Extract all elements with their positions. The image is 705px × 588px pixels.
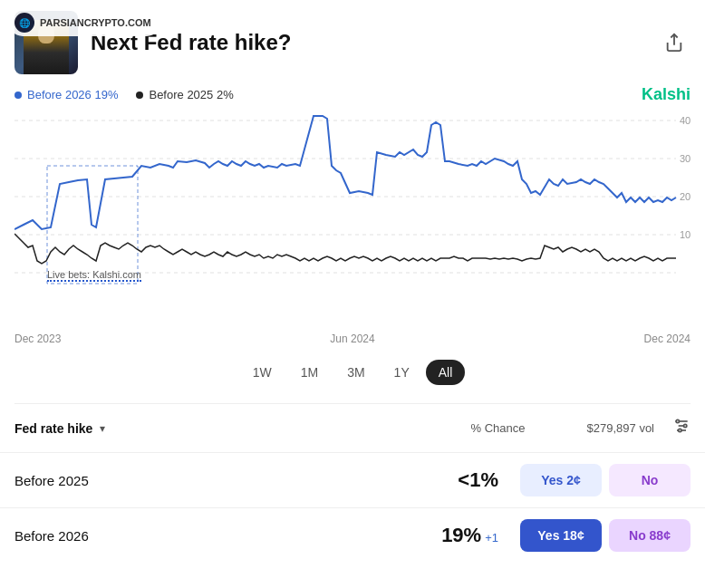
x-axis-labels: Dec 2023 Jun 2024 Dec 2024 [0,329,705,345]
watermark-text: PARSIANCRYPTO.COM [40,17,151,28]
time-btn-all[interactable]: All [426,360,466,385]
legend-dot-blue [14,92,22,99]
share-button[interactable] [658,26,691,59]
no-button-2025[interactable]: No [609,464,691,496]
kalshi-logo: Kalshi [642,85,691,104]
x-label-dec2024: Dec 2024 [644,333,691,345]
chart-legend: Before 2026 19% Before 2025 2% Kalshi [0,85,705,111]
legend-dot-dark [136,92,143,99]
legend-item-2026: Before 2026 19% [14,88,118,101]
market-buttons-2025: Yes 2¢ No [520,464,691,496]
market-filter-row: Fed rate hike ▾ % Chance $279,897 vol [0,404,705,452]
time-btn-1w[interactable]: 1W [240,360,285,385]
svg-point-14 [676,419,679,422]
no-button-2026[interactable]: No 88¢ [609,519,691,552]
svg-point-16 [679,429,681,431]
market-pct-2026: 19%+1 [426,524,498,547]
svg-text:30: 30 [680,153,691,164]
pct-chance-header: % Chance [471,421,526,435]
market-name-2026: Before 2026 [14,528,123,544]
time-btn-3m[interactable]: 3M [334,360,377,385]
market-row-2025: Before 2025 <1% Yes 2¢ No [0,452,705,507]
x-label-jun2024: Jun 2024 [330,333,374,345]
filter-icon[interactable] [672,417,691,439]
market-row-2026: Before 2026 19%+1 Yes 18¢ No 88¢ [0,507,705,563]
watermark-icon: 🌐 [14,13,34,33]
market-pct-change-2026: +1 [485,531,498,545]
time-btn-1m[interactable]: 1M [288,360,331,385]
chart-container: 40 30 20 10 Live bets: Kalshi.com [0,111,705,329]
chevron-down-icon[interactable]: ▾ [100,422,105,435]
vol-header: $279,897 vol [587,421,654,435]
legend-label-2025: Before 2025 2% [149,88,233,101]
yes-button-2026[interactable]: Yes 18¢ [520,519,602,552]
svg-text:40: 40 [680,115,691,126]
page-title: Next Fed rate hike? [91,30,645,56]
market-buttons-2026: Yes 18¢ No 88¢ [520,519,691,552]
svg-text:10: 10 [680,229,691,240]
legend-label-2026: Before 2026 19% [27,88,118,101]
legend-item-2025: Before 2025 2% [136,88,233,101]
time-buttons-group: 1W 1M 3M 1Y All [0,345,705,403]
x-label-dec2023: Dec 2023 [14,333,61,345]
watermark: 🌐 PARSIANCRYPTO.COM [9,9,160,36]
svg-text:20: 20 [680,191,691,202]
live-bets-label: Live bets: Kalshi.com [47,269,141,282]
market-filter-label[interactable]: Fed rate hike [14,421,92,436]
market-name-2025: Before 2025 [14,473,123,488]
svg-point-15 [684,424,687,427]
market-pct-2025: <1% [426,468,498,492]
time-btn-1y[interactable]: 1Y [381,360,422,385]
yes-button-2025[interactable]: Yes 2¢ [520,464,602,496]
